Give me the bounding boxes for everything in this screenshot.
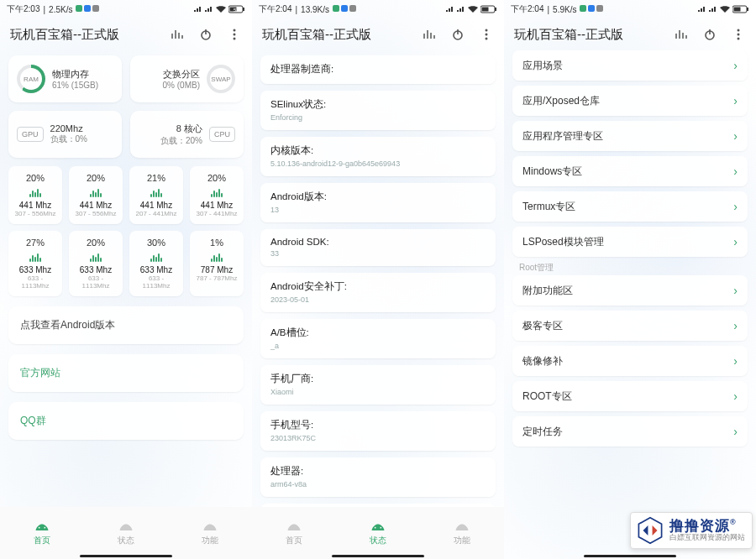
gpu-panel[interactable]: GPU 220Mhz 负载：0%: [8, 111, 122, 158]
cpu-pct: 1%: [195, 238, 239, 248]
status-time: 下午2:03: [7, 3, 39, 15]
statusbar: 下午2:04| 13.9K/s: [252, 0, 504, 18]
more-icon[interactable]: [731, 27, 746, 42]
cpu-core-2[interactable]: 21% 441 Mhz 207 - 441Mhz: [129, 166, 183, 224]
tools-item-label: 应用场景: [522, 59, 563, 73]
cpu-freq: 633 Mhz: [13, 265, 57, 274]
cpu-panel[interactable]: 8 核心 负载：20% CPU: [130, 111, 244, 158]
cpu-core-3[interactable]: 20% 441 Mhz 307 - 441Mhz: [190, 166, 244, 224]
appbar: 玩机百宝箱--正式版: [504, 18, 756, 50]
swap-ring: [207, 65, 235, 93]
svg-rect-18: [495, 8, 496, 11]
tools-item-label: ROOT专区: [522, 389, 572, 404]
cpu-bars-icon: [74, 250, 118, 262]
chevron-right-icon: ›: [733, 200, 738, 213]
gesture-handle[interactable]: [80, 555, 172, 557]
watermark-brand: 撸撸资源: [669, 518, 730, 534]
stats-icon[interactable]: [422, 27, 437, 42]
info-val: 2023-05-01: [270, 295, 486, 304]
info-key: 手机型号:: [270, 419, 486, 431]
cpu-core-1[interactable]: 20% 441 Mhz 307 - 556Mhz: [69, 166, 123, 224]
android-icon: [454, 520, 470, 532]
android-icon: [34, 520, 50, 532]
cpu-core-5[interactable]: 20% 633 Mhz 633 - 1113Mhz: [69, 231, 123, 296]
svg-rect-0: [76, 5, 82, 12]
power-icon[interactable]: [702, 27, 717, 42]
tools-item[interactable]: 应用程序管理专区›: [512, 121, 748, 151]
info-item[interactable]: Android安全补丁:2023-05-01: [260, 273, 496, 312]
swap-sub: 0% (0MB): [163, 81, 200, 90]
svg-point-23: [375, 526, 376, 528]
tools-item[interactable]: ROOT专区›: [512, 381, 748, 411]
tools-item[interactable]: 附加功能区›: [512, 275, 748, 306]
nav-tools[interactable]: 功能: [454, 520, 470, 546]
cpu-cores: 8 核心: [160, 123, 202, 135]
cpu-range: 307 - 556Mhz: [74, 210, 118, 217]
cpu-core-6[interactable]: 30% 633 Mhz 633 - 1113Mhz: [129, 231, 183, 296]
info-item[interactable]: A/B槽位:_a: [260, 319, 496, 358]
tools-item[interactable]: Termux专区›: [512, 191, 748, 222]
gpu-freq: 220Mhz: [50, 123, 87, 133]
tools-item[interactable]: Mindows专区›: [512, 156, 748, 186]
ram-panel[interactable]: 物理内存 61% (15GB): [8, 55, 122, 102]
info-item[interactable]: Android SDK:33: [260, 229, 496, 266]
info-key: 处理器:: [270, 465, 486, 478]
android-icon: [202, 520, 218, 532]
nav-tools[interactable]: 功能: [202, 520, 218, 546]
stats-icon[interactable]: [674, 27, 689, 42]
cpu-freq: 441 Mhz: [134, 201, 178, 210]
page-title: 玩机百宝箱--正式版: [262, 27, 371, 43]
bottom-nav: 首页 状态 功能: [0, 507, 252, 559]
svg-rect-27: [596, 5, 603, 12]
power-icon[interactable]: [198, 27, 213, 42]
info-item[interactable]: 手机型号:23013RK75C: [260, 411, 496, 451]
status-time: 下午2:04: [511, 3, 543, 15]
nav-home[interactable]: 首页: [34, 520, 50, 546]
cpu-range: 633 - 1113Mhz: [13, 274, 57, 290]
watermark-logo-icon: [636, 516, 664, 545]
info-item[interactable]: SElinux状态:Enforcing: [260, 91, 496, 130]
power-icon[interactable]: [450, 27, 465, 42]
tools-item[interactable]: 应用场景›: [512, 50, 748, 81]
cpu-core-7[interactable]: 1% 787 Mhz 787 - 787Mhz: [190, 231, 244, 296]
cpu-core-0[interactable]: 20% 441 Mhz 307 - 556Mhz: [8, 166, 62, 224]
nav-status[interactable]: 状态: [118, 520, 134, 546]
svg-point-8: [234, 29, 236, 32]
more-icon[interactable]: [479, 27, 494, 42]
info-key: 内核版本:: [270, 144, 486, 157]
svg-point-24: [381, 526, 382, 528]
nav-status[interactable]: 状态: [370, 520, 386, 546]
stats-icon[interactable]: [170, 27, 185, 42]
swap-panel[interactable]: 交换分区 0% (0MB): [130, 55, 244, 102]
tools-item[interactable]: LSPosed模块管理›: [512, 227, 748, 257]
info-item[interactable]: Android版本:13: [260, 183, 496, 222]
cpu-range: 633 - 1113Mhz: [134, 274, 178, 290]
svg-point-34: [738, 38, 740, 40]
tools-item[interactable]: 定时任务›: [512, 416, 748, 447]
official-site-card[interactable]: 官方网站: [8, 354, 244, 392]
android-version-card[interactable]: 点我查看Android版本: [8, 306, 244, 344]
cpu-bars-icon: [195, 185, 239, 197]
info-item[interactable]: 内核版本:5.10.136-android12-9-ga0b645e69943: [260, 137, 496, 176]
svg-rect-25: [580, 5, 586, 12]
tools-item[interactable]: 镜像修补›: [512, 346, 748, 376]
gesture-handle[interactable]: [332, 555, 424, 557]
more-icon[interactable]: [227, 27, 242, 42]
svg-text:52: 52: [234, 8, 239, 13]
battery-icon: [480, 5, 497, 13]
tools-item[interactable]: 应用/Xposed仓库›: [512, 86, 748, 116]
info-item[interactable]: 处理器制造商:: [260, 55, 496, 84]
tools-item[interactable]: 极客专区›: [512, 311, 748, 341]
gesture-handle[interactable]: [584, 555, 676, 557]
tools-item-label: 应用程序管理专区: [522, 129, 603, 144]
status-net: 13.9K/s: [301, 5, 329, 14]
qq-group-card[interactable]: QQ群: [8, 402, 244, 440]
cpu-pct: 20%: [13, 173, 57, 183]
screen-home: 下午2:03 | 2.5K/s 52 玩机百宝箱--正式版: [0, 0, 252, 559]
tools-item-label: 定时任务: [522, 425, 563, 439]
cpu-core-4[interactable]: 27% 633 Mhz 633 - 1113Mhz: [8, 231, 62, 296]
info-item[interactable]: 处理器:arm64-v8a: [260, 457, 496, 497]
nav-home[interactable]: 首页: [286, 520, 302, 546]
svg-rect-15: [349, 5, 356, 12]
info-item[interactable]: 手机厂商:Xiaomi: [260, 365, 496, 405]
